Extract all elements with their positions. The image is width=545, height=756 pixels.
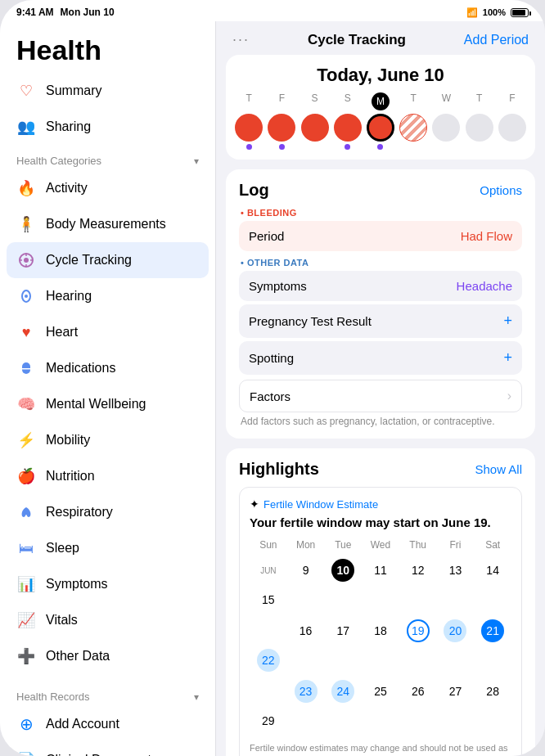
mini-cal-cell-23[interactable]: 23 <box>287 677 325 706</box>
cycle-day-5[interactable] <box>397 114 430 150</box>
mini-cal-cell-24[interactable]: 24 <box>324 677 362 706</box>
factors-row[interactable]: Factors › <box>239 380 522 412</box>
add-account-icon: ⊕ <box>16 714 36 734</box>
mini-cal-cell-10[interactable]: 10 <box>324 556 362 585</box>
add-period-button[interactable]: Add Period <box>464 33 529 47</box>
more-options-icon[interactable]: ··· <box>232 31 250 48</box>
cycle-day-2[interactable] <box>299 114 331 150</box>
cycle-dot-7 <box>476 144 482 150</box>
mini-cal-cell-21[interactable]: 21 <box>474 616 511 646</box>
period-row[interactable]: Period Had Flow <box>239 221 522 251</box>
pregnancy-row[interactable]: Pregnancy Test Result + <box>239 304 522 338</box>
sidebar-mobility-label: Mobility <box>46 433 90 448</box>
sidebar-nutrition-label: Nutrition <box>46 469 95 484</box>
cycle-day-3[interactable] <box>331 114 364 150</box>
hearing-icon <box>16 286 36 306</box>
cycle-circle-0 <box>235 114 263 142</box>
cycle-day-8[interactable] <box>496 114 529 150</box>
sidebar-mental-label: Mental Wellbeing <box>46 397 146 412</box>
mini-cal-row-1: 16 17 18 19 20 21 22 <box>250 616 511 675</box>
sidebar-item-other[interactable]: ➕ Other Data <box>0 638 215 674</box>
sidebar-item-clinical[interactable]: 📄 Clinical Documents <box>0 742 215 756</box>
clinical-docs-icon: 📄 <box>16 750 36 756</box>
symptoms-value: Headache <box>457 279 512 293</box>
sidebar-item-summary[interactable]: ♡ Summary <box>0 73 215 109</box>
sidebar-item-hearing[interactable]: Hearing <box>0 278 215 314</box>
dow-wed: Wed <box>362 538 399 552</box>
cycle-day-6[interactable] <box>430 114 462 150</box>
sidebar-item-sleep[interactable]: 🛏 Sleep <box>0 530 215 566</box>
cycle-day-1[interactable] <box>265 114 298 150</box>
sidebar-heart-label: Heart <box>46 325 78 340</box>
app-body: Health ♡ Summary 👥 Sharing Health Catego… <box>0 21 545 756</box>
spotting-add-icon[interactable]: + <box>503 349 512 367</box>
sidebar-item-nutrition[interactable]: 🍎 Nutrition <box>0 458 215 494</box>
sidebar-item-sharing[interactable]: 👥 Sharing <box>0 109 215 145</box>
sidebar-item-cycle[interactable]: Cycle Tracking <box>7 242 209 278</box>
nutrition-icon: 🍎 <box>16 466 36 486</box>
mobility-icon: ⚡ <box>16 430 36 450</box>
mini-cal-cell-empty <box>250 616 287 646</box>
sidebar-item-meds[interactable]: Medications <box>0 350 215 386</box>
pregnancy-add-icon[interactable]: + <box>503 313 512 330</box>
calendar-section: Today, June 10 T F S S M T W T F <box>226 55 535 160</box>
day-label-6: W <box>430 92 462 110</box>
fertile-badge-text: Fertile Window Estimate <box>263 498 378 511</box>
cycle-dot-5 <box>411 144 417 150</box>
sidebar-item-heart[interactable]: ♥ Heart <box>0 314 215 350</box>
cycle-circle-3 <box>334 114 362 142</box>
cycle-day-7[interactable] <box>463 114 496 150</box>
factors-chevron-icon: › <box>507 389 511 403</box>
page-title: Cycle Tracking <box>308 32 406 48</box>
sidebar-cycle-label: Cycle Tracking <box>46 253 132 268</box>
cycle-icon <box>16 250 36 270</box>
mini-cal-cell-empty2 <box>250 677 287 706</box>
sidebar-respiratory-label: Respiratory <box>46 505 113 520</box>
mini-cal-cell-17: 17 <box>324 616 362 646</box>
sleep-icon: 🛏 <box>16 538 36 558</box>
spotting-row[interactable]: Spotting + <box>239 341 522 375</box>
sidebar-item-mobility[interactable]: ⚡ Mobility <box>0 422 215 458</box>
sidebar-item-symptoms[interactable]: 📊 Symptoms <box>0 566 215 602</box>
symptoms-row[interactable]: Symptoms Headache <box>239 271 522 301</box>
wifi-icon: 📶 <box>466 7 478 18</box>
status-bar-left: 9:41 AM Mon Jun 10 <box>16 7 115 18</box>
sidebar-addaccount-label: Add Account <box>46 717 119 731</box>
log-header: Log Options <box>239 181 522 200</box>
sidebar-item-respiratory[interactable]: Respiratory <box>0 494 215 530</box>
cycle-dot-0 <box>246 144 252 150</box>
sidebar-item-addaccount[interactable]: ⊕ Add Account <box>0 706 215 742</box>
cycle-day-0[interactable] <box>232 114 265 150</box>
symptoms-icon: 📊 <box>16 574 36 594</box>
mini-cal-cell-20[interactable]: 20 <box>437 616 475 646</box>
sidebar-item-body[interactable]: 🧍 Body Measurements <box>0 206 215 242</box>
cycle-day-4[interactable] <box>364 114 397 150</box>
sidebar-item-mental[interactable]: 🧠 Mental Wellbeing <box>0 386 215 422</box>
mini-cal-cell-jun: JUN <box>250 556 287 585</box>
sidebar-summary-label: Summary <box>46 83 101 98</box>
dow-fri: Fri <box>437 538 475 552</box>
health-categories-header: Health Categories ▾ <box>0 145 215 170</box>
mini-cal-row-0: JUN 9 10 11 12 13 14 15 <box>250 556 511 614</box>
mini-cal-cell-22[interactable]: 22 <box>250 646 287 675</box>
sidebar-clinical-label: Clinical Documents <box>46 753 158 756</box>
log-options-button[interactable]: Options <box>480 183 522 197</box>
status-time: 9:41 AM <box>16 7 54 18</box>
symptoms-label: Symptoms <box>249 279 307 293</box>
sidebar-item-vitals[interactable]: 📈 Vitals <box>0 602 215 638</box>
mini-cal-cell-19[interactable]: 19 <box>399 616 437 646</box>
sidebar-meds-label: Medications <box>46 361 115 376</box>
log-section: Log Options • BLEEDING Period Had Flow •… <box>226 169 535 439</box>
mini-cal-cell-29: 29 <box>250 706 287 736</box>
sidebar-item-activity[interactable]: 🔥 Activity <box>0 170 215 206</box>
show-all-button[interactable]: Show All <box>475 462 522 476</box>
highlights-section: Highlights Show All ✦ Fertile Window Est… <box>226 448 535 756</box>
cycle-days-row <box>226 114 535 150</box>
fertile-window-card: ✦ Fertile Window Estimate Your fertile w… <box>239 487 522 756</box>
respiratory-icon <box>16 502 36 522</box>
fertile-body-text: Your fertile window may start on June 19… <box>250 515 511 529</box>
sidebar-hearing-label: Hearing <box>46 289 92 304</box>
day-label-5: T <box>397 92 430 110</box>
sidebar-vitals-label: Vitals <box>46 613 78 628</box>
heart-fill-icon: ♥ <box>16 322 36 342</box>
